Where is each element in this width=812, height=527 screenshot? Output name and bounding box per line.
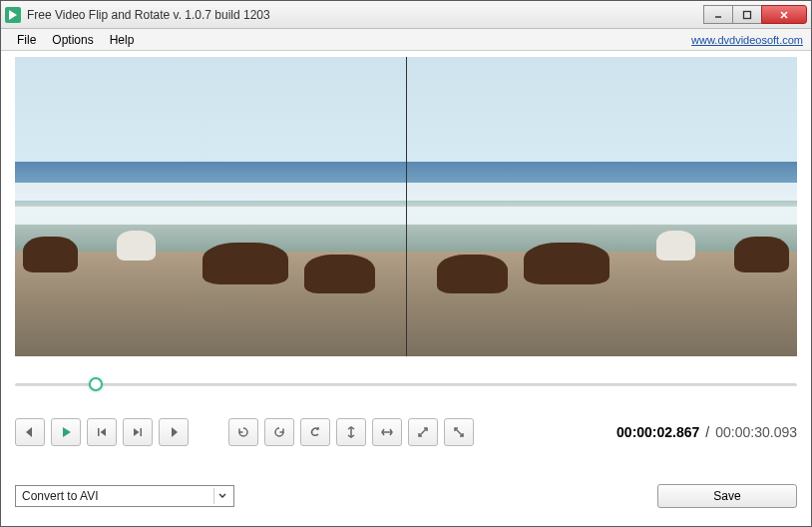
seek-thumb[interactable] <box>89 377 103 391</box>
save-button-label: Save <box>713 489 740 503</box>
svg-rect-6 <box>141 428 143 436</box>
preview-divider <box>406 57 407 356</box>
rotate-ccw-90-button[interactable] <box>228 418 258 446</box>
total-time: 00:00:30.093 <box>715 424 797 440</box>
chevron-down-icon <box>213 488 229 504</box>
time-separator: / <box>705 424 709 440</box>
bottom-row: Convert to AVI Save <box>15 484 797 508</box>
step-forward-button[interactable] <box>123 418 153 446</box>
controls-row: 00:00:02.867 / 00:00:30.093 <box>15 418 797 446</box>
close-button[interactable] <box>761 5 807 24</box>
svg-line-9 <box>419 428 427 436</box>
flip-diag2-button[interactable] <box>444 418 474 446</box>
svg-line-10 <box>455 428 463 436</box>
svg-rect-5 <box>98 428 100 436</box>
play-button[interactable] <box>51 418 81 446</box>
flip-diag1-button[interactable] <box>408 418 438 446</box>
menubar: File Options Help www.dvdvideosoft.com <box>1 29 811 51</box>
menu-options[interactable]: Options <box>44 31 101 49</box>
rotate-180-button[interactable] <box>300 418 330 446</box>
menu-help[interactable]: Help <box>102 31 143 49</box>
current-time: 00:00:02.867 <box>616 424 699 440</box>
video-preview <box>15 57 797 356</box>
window-title: Free Video Flip and Rotate v. 1.0.7 buil… <box>27 8 704 22</box>
preview-left <box>15 57 406 356</box>
flip-horizontal-button[interactable] <box>372 418 402 446</box>
rotate-cw-90-button[interactable] <box>264 418 294 446</box>
titlebar[interactable]: Free Video Flip and Rotate v. 1.0.7 buil… <box>1 1 811 29</box>
minimize-button[interactable] <box>703 5 733 24</box>
transform-group <box>228 418 474 446</box>
menu-file[interactable]: File <box>9 31 44 49</box>
playback-group <box>15 418 189 446</box>
svg-rect-2 <box>744 11 751 18</box>
seek-track <box>15 383 797 386</box>
app-window: Free Video Flip and Rotate v. 1.0.7 buil… <box>0 0 812 527</box>
maximize-button[interactable] <box>732 5 762 24</box>
app-icon <box>5 7 21 23</box>
window-controls <box>704 5 807 24</box>
step-back-button[interactable] <box>87 418 117 446</box>
website-link[interactable]: www.dvdvideosoft.com <box>691 34 803 46</box>
output-format-value: Convert to AVI <box>22 489 213 503</box>
output-format-select[interactable]: Convert to AVI <box>15 485 234 507</box>
next-button[interactable] <box>159 418 189 446</box>
prev-button[interactable] <box>15 418 45 446</box>
preview-right <box>406 57 797 356</box>
flip-vertical-button[interactable] <box>336 418 366 446</box>
seek-slider[interactable] <box>15 374 797 394</box>
content-area: 00:00:02.867 / 00:00:30.093 Convert to A… <box>1 51 811 526</box>
time-display: 00:00:02.867 / 00:00:30.093 <box>616 424 797 440</box>
save-button[interactable]: Save <box>657 484 797 508</box>
